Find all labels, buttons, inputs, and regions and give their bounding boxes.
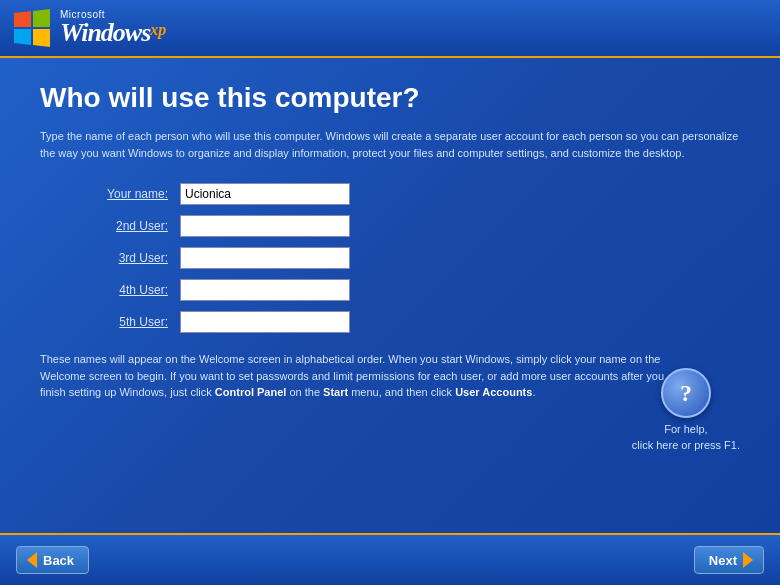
xp-label: xp: [150, 21, 166, 38]
windows-logo: Microsoft Windowsxp: [14, 9, 166, 47]
form-row-1: Your name:: [60, 183, 740, 205]
user-accounts-text: User Accounts: [455, 386, 532, 398]
svg-marker-0: [14, 11, 31, 27]
control-panel-text: Control Panel: [215, 386, 287, 398]
page-description: Type the name of each person who will us…: [40, 128, 740, 161]
next-label: Next: [709, 553, 737, 568]
bottom-text: These names will appear on the Welcome s…: [40, 351, 680, 401]
form-row-4: 4th User:: [60, 279, 740, 301]
form-row-2: 2nd User:: [60, 215, 740, 237]
top-bar: Microsoft Windowsxp: [0, 0, 780, 58]
label-4th-user: 4th User:: [60, 283, 180, 297]
input-5th-user[interactable]: [180, 311, 350, 333]
label-your-name: Your name:: [60, 187, 180, 201]
label-5th-user: 5th User:: [60, 315, 180, 329]
input-your-name[interactable]: [180, 183, 350, 205]
label-3rd-user: 3rd User:: [60, 251, 180, 265]
user-form: Your name: 2nd User: 3rd User: 4th User:…: [60, 183, 740, 333]
help-circle-icon: ?: [661, 368, 711, 418]
start-text: Start: [323, 386, 348, 398]
svg-marker-3: [33, 29, 50, 47]
label-2nd-user: 2nd User:: [60, 219, 180, 233]
help-button[interactable]: ? For help,click here or press F1.: [632, 368, 740, 453]
back-button[interactable]: Back: [16, 546, 89, 574]
back-arrow-icon: [27, 552, 37, 568]
bottom-bar: Back Next: [0, 533, 780, 585]
page-title: Who will use this computer?: [40, 82, 740, 114]
logo-text: Microsoft Windowsxp: [60, 10, 166, 46]
next-button[interactable]: Next: [694, 546, 764, 574]
back-label: Back: [43, 553, 74, 568]
form-row-3: 3rd User:: [60, 247, 740, 269]
main-content: Who will use this computer? Type the nam…: [0, 58, 780, 533]
next-arrow-icon: [743, 552, 753, 568]
help-text: For help,click here or press F1.: [632, 422, 740, 453]
windows-label: Windows: [60, 18, 150, 47]
input-2nd-user[interactable]: [180, 215, 350, 237]
svg-marker-1: [33, 9, 50, 27]
windows-flag-icon: [14, 9, 52, 47]
svg-marker-2: [14, 29, 31, 45]
help-question-mark: ?: [680, 380, 692, 407]
form-row-5: 5th User:: [60, 311, 740, 333]
input-3rd-user[interactable]: [180, 247, 350, 269]
input-4th-user[interactable]: [180, 279, 350, 301]
